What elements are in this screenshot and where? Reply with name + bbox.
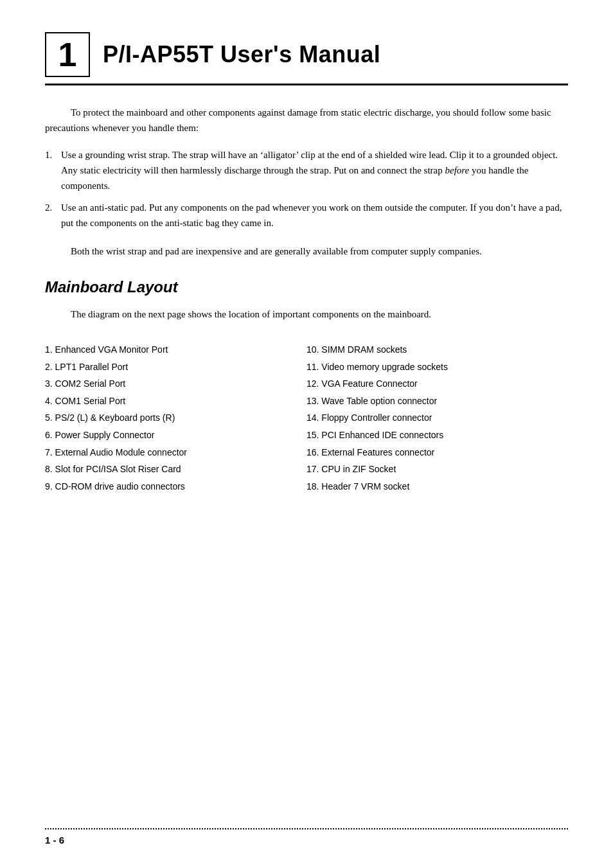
component-item-15: 15. PCI Enhanced IDE connectors bbox=[306, 427, 568, 444]
component-item-6: 6. Power Supply Connector bbox=[45, 427, 306, 444]
list-item-2: 2. Use an anti-static pad. Put any compo… bbox=[45, 200, 568, 231]
component-list-right: 10. SIMM DRAM sockets 11. Video memory u… bbox=[306, 341, 568, 495]
component-list-left: 1. Enhanced VGA Monitor Port 2. LPT1 Par… bbox=[45, 341, 306, 495]
page: 1 P/I-AP55T User's Manual To protect the… bbox=[0, 0, 613, 868]
list-content-2: Use an anti-static pad. Put any componen… bbox=[61, 200, 568, 231]
footer-dots-line bbox=[45, 828, 568, 829]
list-number-1: 1. bbox=[45, 147, 61, 193]
dots-decoration bbox=[45, 828, 568, 829]
mainboard-heading: Mainboard Layout bbox=[45, 278, 568, 296]
list-number-2: 2. bbox=[45, 200, 61, 231]
list-item-1: 1. Use a grounding wrist strap. The stra… bbox=[45, 147, 568, 193]
chapter-number: 1 bbox=[45, 32, 90, 77]
component-item-2: 2. LPT1 Parallel Port bbox=[45, 359, 306, 376]
mainboard-intro: The diagram on the next page shows the l… bbox=[45, 306, 568, 322]
component-item-10: 10. SIMM DRAM sockets bbox=[306, 341, 568, 359]
both-paragraph: Both the wrist strap and pad are inexpen… bbox=[45, 244, 568, 259]
component-item-7: 7. External Audio Module connector bbox=[45, 444, 306, 461]
component-list: 1. Enhanced VGA Monitor Port 2. LPT1 Par… bbox=[45, 341, 568, 495]
component-item-16: 16. External Features connector bbox=[306, 444, 568, 461]
component-item-4: 4. COM1 Serial Port bbox=[45, 393, 306, 410]
component-item-3: 3. COM2 Serial Port bbox=[45, 375, 306, 393]
component-item-14: 14. Floppy Controller connector bbox=[306, 409, 568, 427]
component-item-18: 18. Header 7 VRM socket bbox=[306, 478, 568, 495]
component-item-5: 5. PS/2 (L) & Keyboard ports (R) bbox=[45, 409, 306, 427]
page-number: 1 - 6 bbox=[45, 835, 64, 846]
component-item-13: 13. Wave Table option connector bbox=[306, 393, 568, 410]
numbered-list: 1. Use a grounding wrist strap. The stra… bbox=[45, 147, 568, 231]
component-item-1: 1. Enhanced VGA Monitor Port bbox=[45, 341, 306, 359]
component-item-8: 8. Slot for PCI/ISA Slot Riser Card bbox=[45, 461, 306, 478]
page-header: 1 P/I-AP55T User's Manual bbox=[45, 32, 568, 85]
page-title: P/I-AP55T User's Manual bbox=[103, 41, 380, 68]
list-content-1: Use a grounding wrist strap. The strap w… bbox=[61, 147, 568, 193]
intro-paragraph-1: To protect the mainboard and other compo… bbox=[45, 105, 568, 136]
component-item-12: 12. VGA Feature Connector bbox=[306, 375, 568, 393]
component-item-11: 11. Video memory upgrade sockets bbox=[306, 359, 568, 376]
component-item-9: 9. CD-ROM drive audio connectors bbox=[45, 478, 306, 495]
component-item-17: 17. CPU in ZIF Socket bbox=[306, 461, 568, 478]
